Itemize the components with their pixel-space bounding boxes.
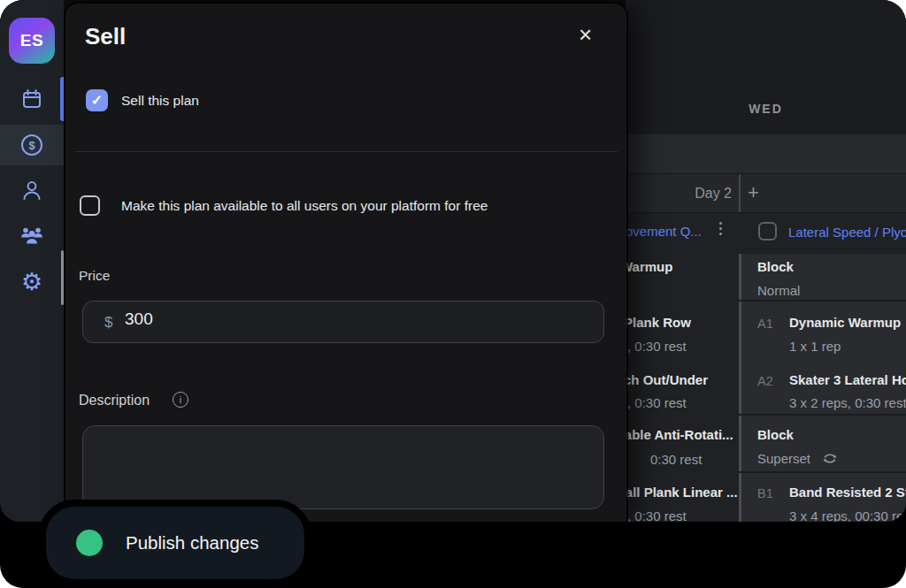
- close-icon[interactable]: ×: [579, 23, 592, 46]
- price-input[interactable]: [123, 309, 583, 330]
- sidebar-item-profile[interactable]: [0, 171, 64, 211]
- status-dot-icon: [76, 530, 103, 556]
- dollar-circle-icon: $: [19, 133, 44, 157]
- block-label: Block: [757, 259, 794, 276]
- price-label: Price: [79, 268, 110, 284]
- active-nav-indicator: [60, 77, 64, 121]
- exercise-title: Dynamic Warmup: [789, 315, 901, 332]
- row-divider: [739, 471, 906, 473]
- exercise-title: Skater 3 Lateral Hop: [789, 372, 906, 389]
- sidebar-scrollbar-thumb[interactable]: [61, 250, 64, 305]
- gear-icon: ⚙: [21, 271, 42, 294]
- exercise-detail: 0:30 rest: [650, 452, 702, 469]
- superset-cycle-icon: [822, 452, 838, 465]
- block-label: Block: [757, 427, 794, 444]
- exercise-tag: A2: [757, 373, 773, 389]
- svg-text:$: $: [28, 139, 35, 152]
- exercise-title: Warmup: [620, 259, 672, 276]
- screenshot-frame: ES $: [0, 0, 906, 588]
- sidebar-item-billing[interactable]: $: [0, 125, 64, 165]
- sidebar-item-clients[interactable]: [0, 215, 64, 256]
- app-window: ES $: [0, 0, 906, 522]
- row-divider: [739, 414, 906, 416]
- exercise-detail: 3 x 4 reps, 00:30 rest: [789, 508, 906, 522]
- exercise-detail: , 0:30 rest: [627, 339, 687, 355]
- exercise-title: Band Resisted 2 Step: [789, 485, 906, 501]
- column-divider: [739, 174, 741, 213]
- exercise-title: Ball Plank Linear ...: [616, 485, 738, 501]
- description-label: Description: [79, 393, 150, 409]
- weekday-label: WED: [626, 102, 906, 116]
- check-icon: ✓: [91, 92, 103, 109]
- people-group-icon: [19, 222, 45, 248]
- exercise-title: Cable Anti-Rotati...: [615, 427, 733, 444]
- exercise-title: ch Out/Under: [624, 372, 708, 389]
- exercise-detail: 3 x 2 reps, 0:30 rest: [789, 395, 906, 412]
- exercise-tag: B1: [757, 485, 773, 501]
- add-day-button[interactable]: +: [748, 174, 759, 213]
- price-field: $: [82, 301, 604, 343]
- sidebar-item-settings[interactable]: ⚙: [0, 262, 64, 302]
- sell-modal: Sell × ✓ Sell this plan Make this plan a…: [65, 4, 626, 522]
- day-column-header: WED: [626, 0, 906, 134]
- avatar[interactable]: ES: [9, 18, 55, 64]
- day-tab-row: Day 2 +: [626, 173, 906, 212]
- sidebar-item-calendar[interactable]: [0, 79, 64, 119]
- sell-this-plan-checkbox[interactable]: ✓: [86, 89, 108, 111]
- exercise-title: Plank Row: [624, 315, 691, 332]
- right-workout-title-link[interactable]: Lateral Speed / Plyo: [788, 225, 906, 241]
- app-shell: ES $: [0, 0, 906, 588]
- sell-this-plan-label: Sell this plan: [121, 93, 199, 109]
- block-type: Superset: [757, 451, 810, 468]
- sidebar: ES $: [0, 0, 64, 522]
- exercise-tag: A1: [757, 316, 773, 332]
- modal-divider: [74, 151, 618, 152]
- person-icon: [19, 179, 44, 203]
- free-plan-label: Make this plan available to all users on…: [121, 198, 488, 214]
- workout-select-checkbox[interactable]: [758, 222, 777, 241]
- tab-day-2[interactable]: Day 2: [626, 174, 732, 213]
- kebab-menu-icon[interactable]: [719, 222, 722, 235]
- free-plan-checkbox[interactable]: [80, 195, 100, 216]
- currency-symbol: $: [104, 314, 112, 332]
- exercise-detail: , 0:30 rest: [627, 508, 687, 522]
- row-divider: [739, 300, 906, 302]
- block-type: Normal: [757, 283, 800, 300]
- modal-title: Sell: [85, 23, 126, 50]
- publish-changes-label: Publish changes: [126, 507, 258, 579]
- publish-changes-button[interactable]: Publish changes: [46, 507, 304, 579]
- planner-board: WED Day 2 + ovement Q... Lateral Speed /: [626, 0, 906, 522]
- calendar-icon: [19, 87, 44, 111]
- info-icon: i: [173, 392, 188, 408]
- exercise-detail: 1 x 1 rep: [789, 339, 841, 355]
- description-textarea[interactable]: [82, 425, 604, 509]
- left-workout-title-link[interactable]: ovement Q...: [626, 224, 702, 241]
- exercise-detail: , 0:30 rest: [627, 395, 687, 412]
- plan-title-band: [626, 134, 906, 173]
- panel-scrollbar[interactable]: [739, 254, 741, 522]
